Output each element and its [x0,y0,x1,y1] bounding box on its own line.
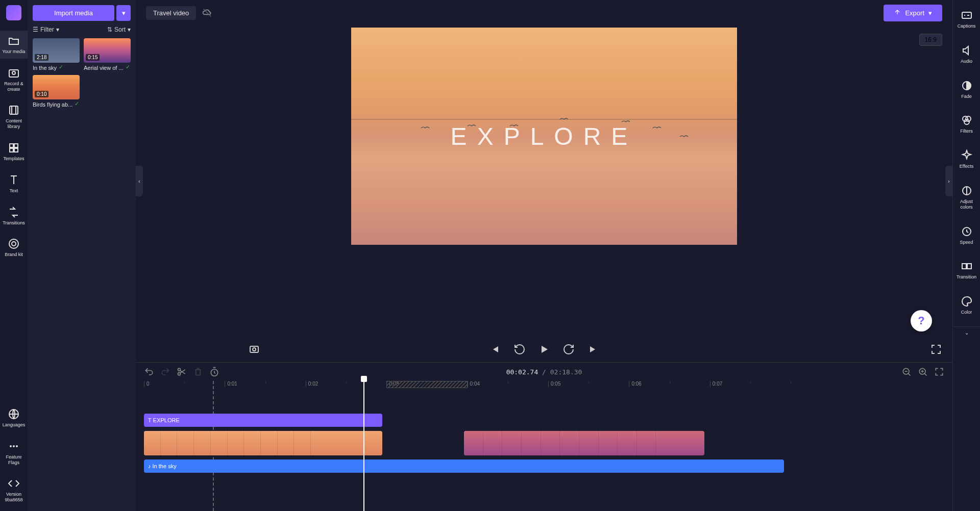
camera-icon [8,67,20,79]
bird-decoration [421,123,430,127]
sidebar-item-fade[interactable]: Fade [953,75,980,104]
svg-point-14 [253,348,256,351]
sidebar-item-captions[interactable]: Captions [953,5,980,33]
brand-icon [8,238,20,250]
svg-point-12 [16,445,18,447]
ruler-minor-tick [791,381,793,384]
sidebar-item-your-media[interactable]: Your media [0,31,28,59]
sidebar-item-transitions[interactable]: Transitions [0,202,28,230]
zoom-out-button[interactable] [901,367,912,377]
timecode-display: 00:02.74 / 02:18.30 [506,368,582,376]
svg-rect-2 [10,106,18,114]
app-logo[interactable] [6,5,21,20]
sidebar-item-templates[interactable]: Templates [0,138,28,166]
redo-button[interactable] [160,367,170,377]
media-thumbnail: 0:15 [84,38,131,63]
sidebar-item-color[interactable]: Color [953,291,980,319]
video-clip[interactable] [464,431,704,455]
project-title-input[interactable]: Travel video [146,6,196,20]
delete-button[interactable] [193,367,203,377]
audio-clip[interactable]: ♪ In the sky [144,459,784,473]
ruler-minor-tick [184,381,187,384]
timeline-section: 00:02.74 / 02:18.30 0 0:01 0:02 [136,362,952,511]
sidebar-label: Audio [961,59,972,64]
sidebar-item-filters[interactable]: Filters [953,110,980,138]
music-note-icon: ♪ [148,463,151,469]
sidebar-label: Color [961,310,972,315]
sidebar-label: Text [10,188,18,194]
sidebar-label: Effects [960,164,973,169]
play-button[interactable] [538,343,550,355]
sidebar-item-brand-kit[interactable]: Brand kit [0,234,28,262]
dots-icon [8,440,20,452]
captions-icon [961,9,973,21]
sort-icon: ⇅ [107,26,112,33]
sidebar-item-version[interactable]: Version 9ba8658 [0,473,28,507]
sidebar-item-speed[interactable]: Speed [953,221,980,249]
bird-decoration [509,121,519,125]
timer-button[interactable] [209,367,219,377]
export-button[interactable]: Export ▾ [884,5,942,21]
bird-decoration [467,121,476,125]
fullscreen-button[interactable] [930,343,942,355]
media-duration: 2:18 [35,54,48,61]
split-button[interactable] [177,367,187,377]
media-clip[interactable]: 0:10 Birds flying ab... ✓ [33,75,80,108]
skip-back-button[interactable] [489,343,501,355]
preview-container: ‹ EXPLORE 16:9 › ? [136,25,952,337]
left-sidebar: Your media Record & create Content libra… [0,0,28,511]
video-clip[interactable] [144,431,382,455]
media-clip[interactable]: 0:15 Aerial view of ... ✓ [84,38,131,71]
video-preview[interactable]: EXPLORE [351,28,737,245]
video-track [144,431,944,455]
sidebar-item-content-library[interactable]: Content library [0,100,28,134]
sidebar-item-effects[interactable]: Effects [953,145,980,173]
forward-button[interactable] [562,343,575,355]
bird-decoration [559,114,569,118]
sidebar-label: Brand kit [5,252,23,258]
media-title: Birds flying ab... [33,101,72,108]
sidebar-item-feature-flags[interactable]: Feature Flags [0,436,28,470]
sidebar-label: Captions [958,23,976,29]
media-duration: 0:15 [86,54,100,61]
playback-controls [136,337,952,362]
screenshot-button[interactable] [248,343,260,355]
collapse-right-sidebar-button[interactable]: ⌄ [953,326,980,339]
sidebar-label: Record & create [1,81,27,92]
skip-forward-button[interactable] [587,343,599,355]
library-icon [8,104,20,116]
collapse-media-panel-button[interactable]: ‹ [136,166,143,196]
text-clip[interactable]: T EXPLORE [144,414,382,427]
ghost-selection[interactable] [386,381,467,388]
sidebar-item-adjust-colors[interactable]: Adjust colors [953,181,980,214]
sort-button[interactable]: ⇅ Sort ▾ [107,26,131,33]
sidebar-item-languages[interactable]: Languages [0,404,28,432]
filter-button[interactable]: ☰ Filter ▾ [33,26,59,33]
timeline-ruler[interactable]: 0 0:01 0:02 0:03 0:04 0:05 0:06 0:07 [144,381,952,393]
ruler-minor-tick [265,381,268,384]
undo-button[interactable] [144,367,154,377]
collapse-properties-panel-button[interactable]: › [945,166,952,196]
media-title: Aerial view of ... [84,65,124,71]
ruler-tick: 0 [144,381,150,387]
media-duration: 0:10 [35,91,48,97]
zoom-in-button[interactable] [918,367,928,377]
sidebar-item-text[interactable]: Text [0,170,28,198]
help-button[interactable]: ? [911,310,932,331]
zoom-fit-button[interactable] [934,367,944,377]
rewind-button[interactable] [513,343,526,355]
import-media-button[interactable]: Import media [33,5,114,21]
upload-icon [894,9,901,17]
sidebar-label: Transition [957,274,976,280]
import-dropdown-button[interactable]: ▾ [116,5,131,21]
sidebar-item-audio[interactable]: Audio [953,40,980,68]
code-icon [8,477,20,490]
svg-point-24 [964,119,969,124]
folder-icon [8,35,20,47]
media-clip[interactable]: 2:18 In the sky ✓ [33,38,80,71]
sidebar-item-record-create[interactable]: Record & create [0,63,28,96]
sidebar-item-transition[interactable]: Transition [953,256,980,284]
playhead[interactable] [363,381,364,511]
aspect-ratio-button[interactable]: 16:9 [919,34,942,46]
ruler-minor-tick [346,381,349,384]
